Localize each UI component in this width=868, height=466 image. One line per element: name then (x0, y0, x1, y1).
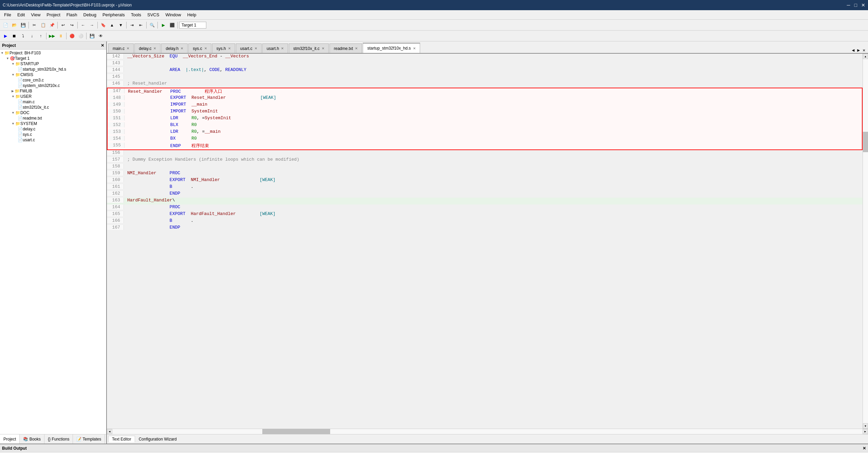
tree-item-system[interactable]: 📄 system_stm32f10x.c (1, 83, 106, 88)
expand-icon[interactable]: ▼ (12, 111, 15, 114)
run-btn[interactable]: ▶▶ (48, 32, 56, 40)
menu-peripherals[interactable]: Peripherals (100, 12, 128, 18)
menu-help[interactable]: Help (185, 12, 199, 18)
close-button[interactable]: ✕ (861, 2, 865, 8)
tree-item-doc[interactable]: ▼ 📁 DOC (1, 110, 106, 115)
tab-usart-c[interactable]: usart.c ✕ (236, 43, 262, 53)
scroll-up-arrow[interactable]: ▲ (863, 54, 868, 59)
proj-tab-functions[interactable]: {} Functions (44, 434, 73, 444)
new-file-btn[interactable]: 📄 (1, 21, 10, 29)
project-tree[interactable]: ▼ 📁 Project: BH-F103 ▼ 🎯 Target 1 ▼ 📁 ST… (0, 50, 106, 434)
tree-item-startup[interactable]: ▼ 📁 STARTUP (1, 61, 106, 67)
copy-btn[interactable]: 📋 (39, 21, 47, 29)
expand-icon[interactable]: ▼ (12, 62, 15, 66)
expand-icon[interactable]: ▼ (1, 51, 4, 55)
scroll-down-arrow[interactable]: ▼ (863, 423, 868, 429)
tab-close-icon[interactable]: ✕ (153, 47, 156, 50)
menu-window[interactable]: Window (163, 12, 184, 18)
debug-start-btn[interactable]: ▶ (1, 32, 10, 40)
tab-close-icon[interactable]: ✕ (322, 47, 324, 50)
maximize-button[interactable]: □ (854, 2, 857, 8)
project-close-icon[interactable]: ✕ (101, 43, 104, 48)
menu-project[interactable]: Project (44, 12, 63, 18)
tree-item-user[interactable]: ▼ 📁 USER (1, 94, 106, 99)
tree-item-stm32it[interactable]: 📄 stm32f10x_it.c (1, 105, 106, 110)
tab-usart-h[interactable]: usart.h ✕ (262, 43, 288, 53)
tree-item-usart[interactable]: 📄 usart.c (1, 137, 106, 143)
tab-close-icon[interactable]: ✕ (127, 47, 129, 50)
proj-tab-books[interactable]: 📚 Books (20, 434, 44, 444)
menu-edit[interactable]: Edit (15, 12, 27, 18)
tree-item-main[interactable]: 📄 main.c (1, 99, 106, 105)
watch-btn[interactable]: 👁 (97, 32, 105, 40)
tree-item-readme[interactable]: 📄 readme.txt (1, 115, 106, 121)
scroll-track[interactable] (863, 59, 868, 423)
tab-text-editor[interactable]: Text Editor (108, 436, 135, 442)
tab-delay-c[interactable]: delay.c ✕ (134, 43, 161, 53)
proj-tab-templates[interactable]: 📝 Templates (73, 434, 105, 444)
tree-item-core-cm3[interactable]: 📄 core_cm3.c (1, 77, 106, 83)
proj-tab-project[interactable]: Project (0, 434, 20, 444)
nav-fwd-btn[interactable]: → (88, 21, 96, 29)
code-container[interactable]: 142 __Vectors_Size EQU __Vectors_End - _… (107, 54, 863, 429)
tree-item-project[interactable]: ▼ 📁 Project: BH-F103 (1, 50, 106, 56)
expand-icon[interactable]: ▼ (12, 122, 15, 125)
tab-readme[interactable]: readme.txt ✕ (329, 43, 362, 53)
cut-btn[interactable]: ✂ (30, 21, 38, 29)
vertical-scrollbar[interactable]: ▲ ▼ (863, 54, 868, 429)
tree-item-system-folder[interactable]: ▼ 📁 SYSTEM (1, 121, 106, 126)
scroll-thumb-h[interactable] (262, 429, 330, 434)
tab-scroll-left[interactable]: ◀ (851, 48, 856, 53)
tree-item-sys[interactable]: 📄 sys.c (1, 132, 106, 137)
menu-svcs[interactable]: SVCS (145, 12, 162, 18)
tab-close-icon[interactable]: ✕ (355, 47, 358, 50)
build-btn[interactable]: ▶ (159, 21, 167, 29)
tab-close-icon[interactable]: ✕ (254, 47, 257, 50)
find-btn[interactable]: 🔍 (148, 21, 156, 29)
menu-file[interactable]: File (1, 12, 14, 18)
save-btn[interactable]: 💾 (19, 21, 27, 29)
prev-bookmark-btn[interactable]: ▲ (108, 21, 116, 29)
horizontal-scrollbar[interactable]: ◀ ▶ (107, 429, 868, 434)
outdent-btn[interactable]: ⇤ (137, 21, 145, 29)
tab-close-icon[interactable]: ✕ (228, 47, 231, 50)
breakpoint-btn[interactable]: 🔴 (68, 32, 76, 40)
tab-sys-c[interactable]: sys.c ✕ (188, 43, 211, 53)
tab-stm32it[interactable]: stm32f10x_it.c ✕ (289, 43, 328, 53)
tab-close-icon[interactable]: ✕ (204, 47, 207, 50)
expand-icon[interactable]: ▼ (12, 73, 15, 76)
tab-main-c[interactable]: main.c ✕ (108, 43, 134, 53)
menu-flash[interactable]: Flash (64, 12, 80, 18)
build-content[interactable] (0, 452, 868, 466)
tab-close-icon[interactable]: ✕ (281, 47, 284, 50)
debug-stop-btn[interactable]: ⏹ (10, 32, 18, 40)
scroll-right-arrow[interactable]: ▶ (863, 429, 868, 434)
tree-item-target1[interactable]: ▼ 🎯 Target 1 (1, 56, 106, 61)
clear-bp-btn[interactable]: ⚪ (77, 32, 85, 40)
indent-btn[interactable]: ⇥ (128, 21, 136, 29)
menu-view[interactable]: View (28, 12, 43, 18)
tab-sys-h[interactable]: sys.h ✕ (212, 43, 235, 53)
tab-scroll-right[interactable]: ▶ (856, 48, 861, 53)
tree-item-delay[interactable]: 📄 delay.c (1, 126, 106, 132)
step-out-btn[interactable]: ↑ (37, 32, 45, 40)
step-over-btn[interactable]: ⤵ (19, 32, 27, 40)
memory-btn[interactable]: 💾 (88, 32, 96, 40)
tree-item-fwlib[interactable]: ▶ 📁 FWLIB (1, 88, 106, 94)
redo-btn[interactable]: ↪ (68, 21, 76, 29)
bookmark-btn[interactable]: 🔖 (99, 21, 107, 29)
expand-icon[interactable]: ▼ (12, 95, 15, 98)
open-btn[interactable]: 📂 (10, 21, 18, 29)
scroll-left-arrow[interactable]: ◀ (107, 429, 112, 434)
tab-close-icon[interactable]: ✕ (413, 47, 416, 50)
menu-debug[interactable]: Debug (81, 12, 99, 18)
minimize-button[interactable]: ─ (847, 2, 850, 8)
menu-tools[interactable]: Tools (128, 12, 144, 18)
target-selector[interactable]: Target 1 (179, 22, 206, 29)
scroll-track-h[interactable] (112, 429, 863, 434)
undo-btn[interactable]: ↩ (59, 21, 67, 29)
break-btn[interactable]: ⏸ (57, 32, 65, 40)
scroll-thumb[interactable] (863, 132, 868, 152)
paste-btn[interactable]: 📌 (48, 21, 56, 29)
tree-item-cmsis[interactable]: ▼ 📁 CMSIS (1, 72, 106, 77)
